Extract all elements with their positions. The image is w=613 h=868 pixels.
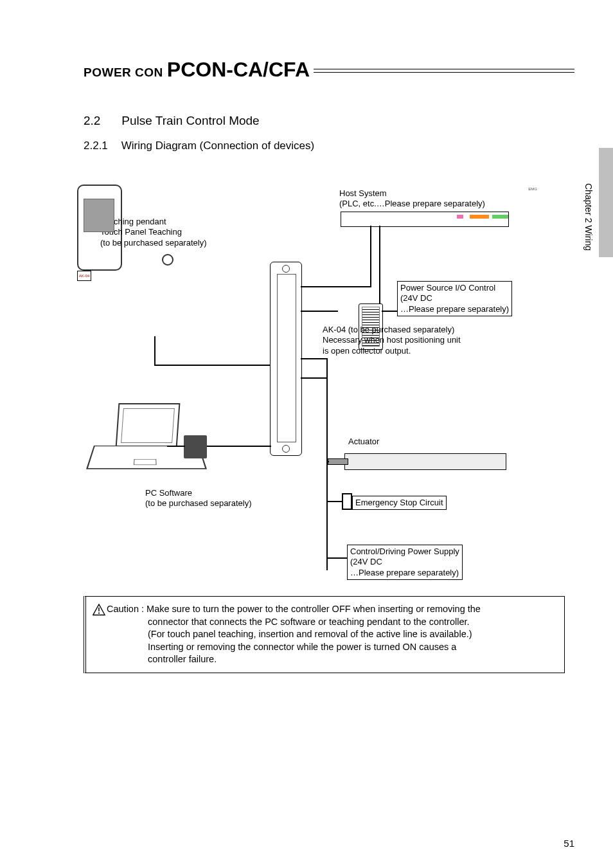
estop-plunger-icon (342, 493, 352, 510)
page-title-row: POWER CON PCON-CA/CFA (84, 58, 574, 82)
adapter-icon (184, 435, 207, 458)
caution-l3: (For touch panel teaching, insertion and… (148, 628, 555, 641)
actuator-rod-icon (328, 458, 348, 465)
caution-lead: Caution : (107, 604, 144, 614)
caution-l1: Make sure to turn the power to the contr… (147, 604, 481, 614)
actuator-label: Actuator (348, 437, 379, 447)
psu-label-2: (24V DC (350, 557, 459, 567)
subsection-title: Wiring Diagram (Connection of devices) (121, 140, 314, 152)
caution-box: Caution : Make sure to turn the power to… (84, 596, 565, 673)
pendant-label-2: Touch Panel Teaching (100, 227, 206, 237)
caution-l5: controller failure. (148, 653, 555, 666)
io-label-2: (24V DC (400, 293, 509, 303)
caution-l4: Inserting or removing the connector whil… (148, 641, 555, 654)
title-rule (314, 69, 574, 73)
psu-label-1: Control/Driving Power Supply (350, 547, 459, 557)
psu-label-3: …Please prepare separately) (350, 568, 459, 578)
chapter-tab-label: Chapter 2 Wiring (583, 183, 594, 251)
section-title: Pulse Train Control Mode (121, 114, 259, 127)
pcsw-label-1: PC Software (145, 488, 251, 498)
ak04-icon: AK-04 (77, 271, 91, 281)
pendant-label-3: (to be purchased separately) (100, 238, 206, 248)
section-number: 2.2 (84, 114, 118, 128)
ak04-label-2: Necessary when host positioning unit (323, 335, 461, 345)
warning-icon (93, 604, 105, 615)
title-prefix: POWER CON (84, 66, 163, 80)
pendant-label-1: Teaching pendant (100, 217, 206, 227)
caution-l2: connector that connects the PC software … (148, 616, 555, 629)
subsection-number: 2.2.1 (84, 140, 118, 152)
actuator-icon (344, 453, 506, 470)
ak04-label-1: AK-04 (to be purchased separately) (323, 325, 461, 335)
subsection-heading: 2.2.1 Wiring Diagram (Connection of devi… (84, 140, 574, 152)
ak04-label-3: is open collector output. (323, 346, 461, 356)
page-number: 51 (564, 838, 574, 849)
host-label-1: Host System (339, 188, 485, 199)
controller-icon (270, 262, 302, 456)
pcsw-label-2: (to be purchased separately) (145, 498, 251, 509)
estop-label: Emergency Stop Circuit (352, 496, 447, 510)
wiring-diagram: Host System (PLC, etc.…Please prepare se… (77, 185, 540, 583)
io-label-1: Power Source I/O Control (400, 283, 509, 293)
pc-laptop-icon (94, 403, 197, 480)
host-label-2: (PLC, etc.…Please prepare separately) (339, 199, 485, 209)
title-model: PCON-CA/CFA (167, 58, 310, 82)
svg-point-2 (98, 613, 100, 614)
host-plc-icon (341, 212, 509, 227)
io-label-3: …Please prepare separately) (400, 304, 509, 314)
section-heading: 2.2 Pulse Train Control Mode (84, 114, 574, 128)
chapter-tab (599, 148, 613, 257)
pendant-knob-icon (162, 254, 173, 266)
